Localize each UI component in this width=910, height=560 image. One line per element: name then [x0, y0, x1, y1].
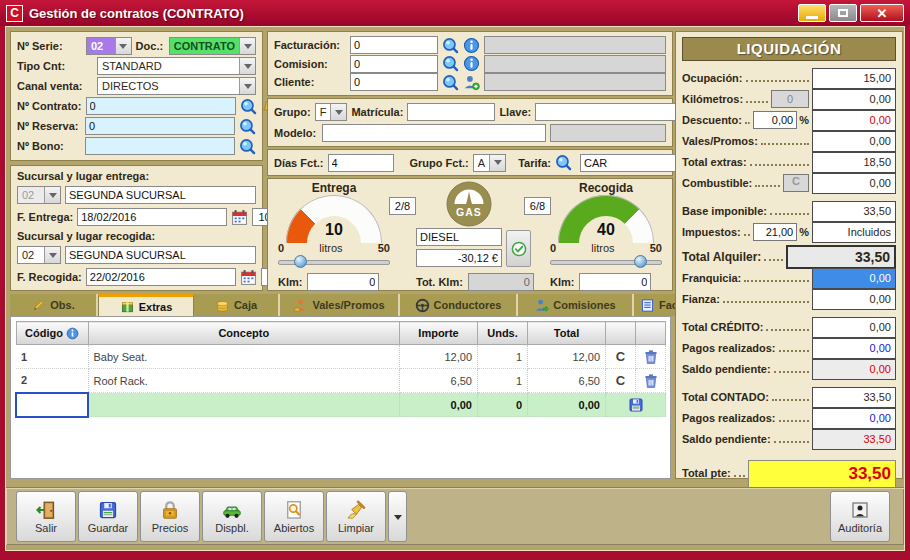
info-icon[interactable]: [463, 37, 480, 54]
new-concepto-cell[interactable]: [88, 393, 400, 417]
llave-input[interactable]: [535, 103, 685, 121]
facturacion-input[interactable]: [350, 36, 438, 54]
salir-button[interactable]: Salir: [16, 491, 76, 542]
recogida-fuel-slider[interactable]: [550, 255, 662, 269]
delete-row-button[interactable]: [636, 369, 666, 393]
new-importe-cell[interactable]: 0,00: [400, 393, 478, 417]
cell-concepto: Roof Rack.: [88, 369, 400, 393]
recogida-fraction-input[interactable]: [524, 197, 551, 215]
tab-vales-promos[interactable]: Vales/Promos: [280, 294, 400, 316]
tab-obs[interactable]: Obs.: [10, 294, 98, 316]
fianza-value[interactable]: 0,00: [812, 289, 896, 310]
close-button[interactable]: ✕: [860, 4, 904, 22]
table-row[interactable]: 1 Baby Seat. 12,00 1 12,00 C: [16, 345, 666, 369]
trash-icon: [643, 373, 659, 389]
concepto-header: Concepto: [88, 322, 400, 345]
fuel-type-input[interactable]: [416, 228, 502, 246]
info-icon[interactable]: [66, 327, 79, 340]
info-icon[interactable]: [463, 55, 480, 72]
comision-input[interactable]: [350, 55, 438, 73]
tipo-cnt-label: Tipo Cnt:: [17, 60, 93, 72]
f-recogida-date-input[interactable]: [86, 268, 236, 286]
fuel-panel: Entrega 10 0 litros 50 Klm:: [267, 178, 673, 291]
calendar-icon[interactable]: [240, 269, 257, 286]
recogida-klm-input[interactable]: [579, 273, 651, 291]
chevron-down-icon[interactable]: [330, 104, 346, 120]
chevron-down-icon[interactable]: [239, 38, 255, 54]
entrega-slider-thumb[interactable]: [294, 255, 307, 268]
recalc-button[interactable]: C: [606, 345, 636, 369]
reserva-input[interactable]: [85, 117, 235, 135]
tab-conductores[interactable]: Conductores: [400, 294, 518, 316]
recalc-button[interactable]: C: [606, 369, 636, 393]
search-icon[interactable]: [239, 138, 256, 155]
entrega-branch-input[interactable]: [65, 186, 256, 204]
cliente-input[interactable]: [350, 73, 438, 91]
grupo-select[interactable]: F: [315, 103, 348, 121]
liquidacion-panel: LIQUIDACIÓN Ocupación:15,00 Kilómetros:0…: [675, 31, 903, 479]
pagos-contado-label: Pagos realizados:: [682, 412, 776, 424]
ocupacion-label: Ocupación:: [682, 72, 743, 84]
chevron-down-icon[interactable]: [239, 58, 255, 74]
new-total-cell[interactable]: 0,00: [528, 393, 606, 417]
search-icon[interactable]: [442, 37, 459, 54]
contrato-input[interactable]: [86, 97, 236, 115]
chevron-down-icon[interactable]: [115, 38, 131, 54]
search-icon[interactable]: [555, 154, 572, 171]
abiertos-button[interactable]: Abiertos: [264, 491, 324, 542]
box-icon: [120, 299, 135, 314]
bono-input[interactable]: [85, 137, 235, 155]
add-client-icon[interactable]: [463, 74, 480, 91]
search-icon[interactable]: [442, 55, 459, 72]
save-row-button[interactable]: [606, 393, 666, 417]
recogida-branch-input[interactable]: [65, 246, 256, 264]
precios-button[interactable]: Precios: [140, 491, 200, 542]
chevron-down-icon[interactable]: [44, 247, 60, 263]
f-entrega-date-input[interactable]: [77, 208, 227, 226]
dias-fct-input[interactable]: [328, 154, 394, 172]
tipo-cnt-select[interactable]: STANDARD: [97, 57, 256, 75]
tab-extras[interactable]: Extras: [98, 294, 194, 316]
impuestos-input[interactable]: [753, 223, 797, 241]
limpiar-button[interactable]: Limpiar: [326, 491, 386, 542]
entrega-fuel-slider[interactable]: [278, 255, 390, 269]
new-codigo-cell[interactable]: [16, 393, 88, 417]
entrega-fraction-input[interactable]: [389, 197, 416, 215]
search-icon[interactable]: [239, 118, 256, 135]
grupo-fct-select[interactable]: A: [473, 154, 506, 172]
dispbl-button[interactable]: Dispbl.: [202, 491, 262, 542]
toolbar-more-button[interactable]: [388, 491, 407, 542]
fuel-amount-input[interactable]: [416, 249, 502, 267]
search-icon[interactable]: [442, 74, 459, 91]
chevron-down-icon[interactable]: [489, 155, 505, 171]
new-row[interactable]: 0,00 0 0,00: [16, 393, 666, 417]
entrega-klm-input[interactable]: [307, 273, 379, 291]
calendar-icon[interactable]: [231, 209, 248, 226]
auditoria-button[interactable]: Auditoría: [830, 491, 890, 542]
new-unds-cell[interactable]: 0: [478, 393, 528, 417]
tab-comisiones[interactable]: Comisiones: [518, 294, 634, 316]
canal-venta-select[interactable]: DIRECTOS: [97, 77, 256, 95]
app-icon: C: [6, 5, 23, 22]
descuento-input[interactable]: [753, 111, 797, 129]
invoice-icon: [640, 298, 655, 313]
modelo-input[interactable]: [322, 124, 546, 142]
guardar-button[interactable]: Guardar: [78, 491, 138, 542]
franquicia-value[interactable]: 0,00: [812, 268, 896, 289]
minimize-button[interactable]: [798, 4, 826, 22]
doc-select[interactable]: CONTRATO: [169, 37, 256, 55]
saldo-contado-label: Saldo pendiente:: [682, 433, 771, 445]
recogida-slider-thumb[interactable]: [634, 255, 647, 268]
recogida-branch-select[interactable]: 02: [17, 246, 61, 264]
combustible-button[interactable]: C: [783, 174, 809, 192]
maximize-button[interactable]: [829, 4, 857, 22]
chevron-down-icon[interactable]: [239, 78, 255, 94]
delete-row-button[interactable]: [636, 345, 666, 369]
table-row[interactable]: 2 Roof Rack. 6,50 1 6,50 C: [16, 369, 666, 393]
serie-select[interactable]: 02: [86, 37, 132, 55]
search-icon[interactable]: [240, 98, 257, 115]
tab-caja[interactable]: Caja: [194, 294, 280, 316]
matricula-input[interactable]: [407, 103, 495, 121]
total-alquiler-value: 33,50: [786, 245, 896, 269]
total-extras-value: 18,50: [812, 152, 896, 173]
